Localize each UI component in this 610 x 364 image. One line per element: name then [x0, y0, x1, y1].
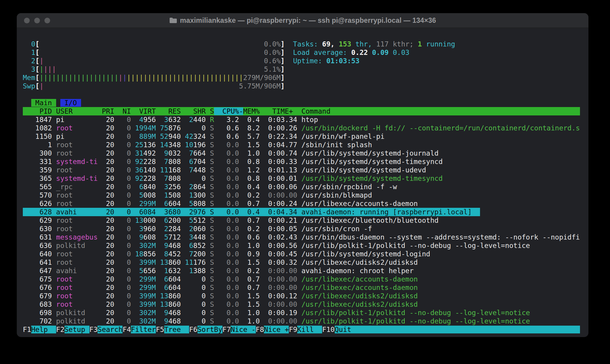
swp-meter: Swp[| 5.75M/906M]: [23, 82, 580, 90]
process-row[interactable]: 641 root 20 0 399M 13860 11176 S 0.0 1.5…: [23, 258, 580, 267]
header-gap1: [52, 107, 56, 115]
header-gap2: [297, 107, 301, 115]
fn-key-F8[interactable]: F8: [256, 326, 264, 333]
fn-key-F3[interactable]: F3: [89, 326, 98, 333]
zoom-button[interactable]: [44, 18, 50, 23]
header-time[interactable]: TIME+: [260, 107, 297, 115]
cpu1-meter: 1[ 0.0%] Load average: 0.22 0.09 0.03: [23, 48, 580, 57]
process-row[interactable]: 647 avahi 20 0 5656 1632 1388 S 0.0 0.2 …: [23, 267, 580, 275]
process-row[interactable]: 1082 root 20 0 1994M 75876 0 S 0.6 8.2 0…: [23, 124, 580, 132]
process-row[interactable]: 1 root 20 0 25136 14348 10196 S 0.0 1.5 …: [23, 141, 580, 149]
table-header: PID USER PRI NI VIRT RES SHR S CPU%-MEM%…: [23, 107, 580, 115]
header-pri[interactable]: PRI: [98, 107, 114, 115]
process-row[interactable]: 631 messagebus 20 0 9608 5712 3448 S 0.0…: [23, 233, 580, 241]
process-row[interactable]: 679 root 20 0 399M 13860 0 S 0.0 1.5 0:0…: [23, 292, 580, 300]
fn-label-F4[interactable]: Filter: [131, 326, 156, 333]
fn-label-F3[interactable]: Search: [98, 326, 122, 333]
fn-key-F2[interactable]: F2: [56, 326, 65, 333]
process-row[interactable]: 1150 pi 20 0 889M 52940 42324 S 0.6 5.7 …: [23, 132, 580, 141]
fn-label-F2[interactable]: Setup: [65, 326, 89, 333]
fn-label-F1[interactable]: Help: [31, 326, 56, 333]
header-sep[interactable]: -: [239, 107, 243, 115]
cpu0-meter: 0[ 0.0%] Tasks: 69, 153 thr, 117 kthr; 1…: [23, 40, 580, 48]
process-row-selected[interactable]: 628 avahi 20 0 6084 3680 2976 S 0.0 0.4 …: [23, 208, 580, 216]
window-title-area: maximiliankaske — pi@raspberrypi: ~ — ss…: [169, 16, 436, 25]
fn-label-F10[interactable]: Quit: [335, 326, 360, 333]
cpu3-meter: 3[|||| 5.1%]: [23, 65, 580, 73]
header-command[interactable]: Command: [301, 107, 580, 115]
process-row[interactable]: 629 root 20 0 13000 6200 5512 S 0.0 0.7 …: [23, 216, 580, 225]
process-row[interactable]: 630 root 20 0 3960 2284 2060 S 0.0 0.2 0…: [23, 225, 580, 233]
htop-screen: 0[ 0.0%] Tasks: 69, 153 thr, 117 kthr; 1…: [17, 28, 588, 334]
fn-key-F10[interactable]: F10: [322, 326, 335, 333]
tab-io[interactable]: I/O: [60, 99, 81, 107]
process-row[interactable]: 565 _rpc 20 0 6840 3256 2864 S 0.0 0.4 0…: [23, 183, 580, 191]
process-row[interactable]: 570 root 20 0 5008 1508 1300 S 0.0 0.2 0…: [23, 191, 580, 199]
fn-key-F4[interactable]: F4: [122, 326, 131, 333]
process-row[interactable]: 626 root 20 0 299M 6604 5808 S 0.0 0.7 0…: [23, 199, 580, 208]
fn-label-F9[interactable]: Kill: [297, 326, 322, 333]
process-row[interactable]: 365 systemd-ti 20 0 92228 7808 0 S 0.0 0…: [23, 174, 580, 183]
fn-key-F6[interactable]: F6: [189, 326, 198, 333]
folder-icon: [169, 17, 177, 23]
traffic-lights: [24, 13, 50, 28]
cpu2-meter: 2[| 0.6%] Uptime: 01:03:53: [23, 57, 580, 65]
title-bar: maximiliankaske — pi@raspberrypi: ~ — ss…: [17, 13, 588, 28]
fn-key-F5[interactable]: F5: [156, 326, 164, 333]
process-row[interactable]: 300 root 20 0 31492 9032 7664 S 0.0 1.0 …: [23, 149, 580, 157]
header-s[interactable]: S: [206, 107, 214, 115]
process-row[interactable]: 331 systemd-ti 20 0 92228 7808 6704 S 0.…: [23, 157, 580, 166]
fn-label-F6[interactable]: SortBy: [198, 326, 222, 333]
header-shr[interactable]: SHR: [181, 107, 206, 115]
process-row[interactable]: 1847 pi 20 0 4956 3632 2440 R 3.2 0.4 0:…: [23, 115, 580, 124]
process-row[interactable]: 640 root 20 0 18856 8452 7200 S 0.0 0.9 …: [23, 250, 580, 258]
header-virt[interactable]: VIRT: [131, 107, 156, 115]
header-user[interactable]: USER: [56, 107, 98, 115]
fn-key-F9[interactable]: F9: [289, 326, 297, 333]
process-row[interactable]: 676 root 20 0 299M 6604 0 S 0.0 0.7 0:00…: [23, 283, 580, 292]
fn-label-F5[interactable]: Tree: [164, 326, 189, 333]
fn-key-F7[interactable]: F7: [222, 326, 231, 333]
meters-section: 0[ 0.0%] Tasks: 69, 153 thr, 117 kthr; 1…: [23, 40, 588, 90]
tab-main[interactable]: Main: [31, 99, 56, 107]
minimize-button[interactable]: [34, 18, 40, 23]
terminal-window: maximiliankaske — pi@raspberrypi: ~ — ss…: [17, 13, 588, 337]
process-row[interactable]: 359 root 20 0 36140 11168 7448 S 0.0 1.2…: [23, 166, 580, 174]
process-row[interactable]: 675 root 20 0 299M 6604 0 S 0.0 0.7 0:00…: [23, 275, 580, 283]
process-row[interactable]: 702 polkitd 20 0 302M 9468 0 S 0.0 1.0 0…: [23, 317, 580, 325]
close-button[interactable]: [24, 18, 30, 23]
window-title: maximiliankaske — pi@raspberrypi: ~ — ss…: [180, 16, 436, 25]
process-row[interactable]: 636 polkitd 20 0 302M 9468 6852 S 0.0 1.…: [23, 241, 580, 250]
header-cpu[interactable]: CPU%: [214, 107, 239, 115]
header-res[interactable]: RES: [156, 107, 181, 115]
fn-label-F8[interactable]: Nice +: [264, 326, 289, 333]
process-table: 1847 pi 20 0 4956 3632 2440 R 3.2 0.4 0:…: [23, 115, 588, 325]
screen-tabs: Main I/O: [23, 99, 580, 107]
function-key-bar: F1Help F2Setup F3SearchF4FilterF5Tree F6…: [23, 325, 580, 334]
blank-row: [23, 90, 580, 99]
process-row[interactable]: 683 root 20 0 399M 13860 0 S 0.0 1.5 0:0…: [23, 300, 580, 309]
fn-label-F7[interactable]: Nice -: [231, 326, 255, 333]
mem-meter: Mem[||||||||||||||||||||||||||||||||||||…: [23, 73, 580, 82]
header-ni[interactable]: NI: [114, 107, 131, 115]
process-row[interactable]: 698 polkitd 20 0 302M 9468 0 S 0.0 1.0 0…: [23, 309, 580, 317]
header-pid[interactable]: PID: [23, 107, 52, 115]
fn-key-F1[interactable]: F1: [23, 326, 31, 333]
header-mem[interactable]: MEM%: [243, 107, 260, 115]
